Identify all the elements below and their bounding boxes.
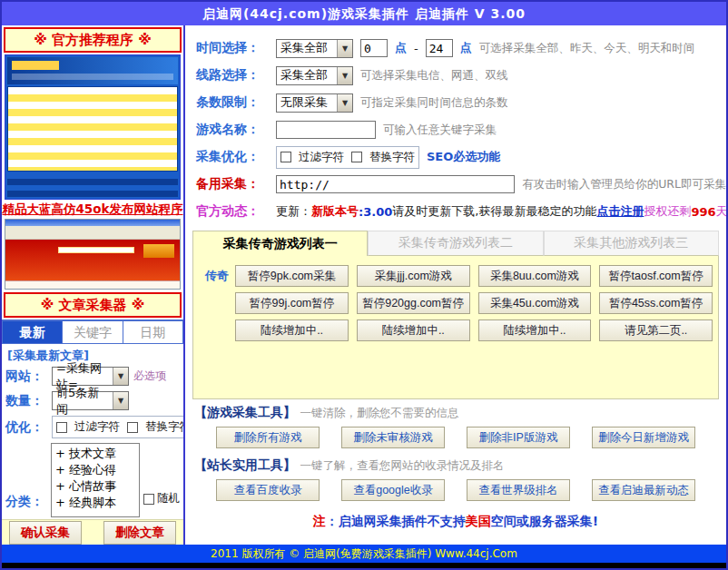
- replace-checkbox[interactable]: [127, 422, 138, 433]
- game-collect-button[interactable]: 暂停920gg.com暂停: [357, 292, 470, 314]
- count-select[interactable]: 前5条新闻 ▼: [52, 391, 129, 410]
- game-row-1: 传奇 暂停9pk.com采集 采集jjj.com游戏 采集8uu.com游戏 暂…: [199, 265, 713, 287]
- game-tools-desc: 一键清除，删除您不需要的信息: [300, 406, 458, 419]
- game-collect-button[interactable]: 暂停9pk.com采集: [235, 265, 349, 287]
- sidebar-tab-latest[interactable]: 最新: [2, 320, 63, 344]
- line-select[interactable]: 采集全部 ▼: [276, 66, 353, 85]
- dropdown-arrow-icon[interactable]: ▼: [337, 94, 352, 112]
- note-suffix: 空间或服务器采集!: [491, 514, 598, 528]
- category-option[interactable]: + 心情故事: [55, 478, 135, 495]
- check-baidu-index-button[interactable]: 查看百度收录: [216, 479, 320, 501]
- site-badge: [143, 244, 174, 258]
- game-collect-button[interactable]: 陆续增加中..: [235, 319, 349, 341]
- category-option[interactable]: + 经典脚本: [55, 495, 135, 511]
- note-prefix: 注: [313, 514, 326, 528]
- confirm-collect-button[interactable]: 确认采集: [9, 521, 82, 545]
- game-tab-2[interactable]: 采集传奇游戏列表二: [368, 231, 543, 256]
- webmaster-tools-desc: 一键了解，查看您网站的收录情况及排名: [300, 458, 504, 472]
- game-tools-header: 【游戏采集工具】 一键清除，删除您不需要的信息: [185, 399, 726, 423]
- random-wrap: 随机: [143, 491, 180, 517]
- delete-non-ip-games-button[interactable]: 删除非IP版游戏: [467, 427, 570, 448]
- game-collect-button[interactable]: 暂停99j.com暂停: [235, 292, 349, 314]
- limit-label: 条数限制：: [196, 94, 269, 111]
- game-collect-button[interactable]: 暂停taosf.com暂停: [599, 265, 713, 287]
- delete-article-button[interactable]: 删除文章: [103, 521, 176, 545]
- copyright-bar: 2011 版权所有 © 启迪网(免费游戏采集插件) Www.44cj.Com: [2, 545, 726, 563]
- backup-label: 备用采集：: [196, 176, 269, 192]
- game-collect-button[interactable]: 采集8uu.com游戏: [478, 265, 592, 287]
- game-tab-1[interactable]: 采集传奇游戏列表一: [192, 231, 368, 256]
- replace-chars-checkbox[interactable]: [351, 152, 362, 162]
- license-days-unit: 天: [716, 203, 726, 220]
- site-search-box: [58, 247, 134, 253]
- backup-url-input[interactable]: [276, 175, 515, 193]
- random-checkbox-label: 随机: [157, 491, 180, 506]
- webmaster-tools-header: 【站长实用工具】 一键了解，查看您网站的收录情况及排名: [185, 452, 726, 476]
- dropdown-arrow-icon[interactable]: ▼: [113, 392, 128, 409]
- game-name-hint: 可输入任意关键字采集: [383, 123, 497, 138]
- article-collector-thumbnail[interactable]: [5, 219, 181, 290]
- filter-checkbox[interactable]: [56, 422, 67, 433]
- check-qidi-news-button[interactable]: 查看启迪最新动态: [592, 479, 695, 501]
- bottom-edge: [2, 563, 726, 568]
- news-version-label: 新版本号: [311, 203, 359, 220]
- required-note: 必选项: [133, 369, 166, 384]
- promo-site-link[interactable]: 精品大蓝高仿45ok发布网站程序: [2, 200, 183, 218]
- time-label: 时间选择：: [196, 40, 269, 56]
- game-collect-button[interactable]: 请见第二页..: [599, 319, 713, 341]
- game-collect-button[interactable]: 采集jjj.com游戏: [357, 265, 470, 287]
- game-row-3: 陆续增加中.. 陆续增加中.. 陆续增加中.. 请见第二页..: [199, 319, 713, 341]
- red-site-content: [5, 240, 180, 280]
- dropdown-arrow-icon[interactable]: ▼: [337, 67, 352, 84]
- category-option[interactable]: + 经验心得: [55, 462, 135, 478]
- register-link[interactable]: 点击注册: [596, 203, 644, 220]
- promo-thumb-header: [7, 57, 178, 84]
- app-window: 启迪网(44cj.com)游戏采集插件 启迪插件 Ⅴ 3.00 ※ 官方推荐程序…: [0, 0, 728, 570]
- count-row: 数量： 前5条新闻 ▼: [2, 388, 183, 413]
- time-from-unit: 点: [395, 40, 407, 56]
- sidebar-tab-date[interactable]: 日期: [123, 320, 183, 344]
- category-listbox[interactable]: + 技术文章 + 经验心得 + 心情故事 + 经典脚本: [51, 443, 140, 517]
- game-collect-button[interactable]: 采集45u.com游戏: [478, 292, 592, 314]
- site-nav-strip: [5, 280, 180, 289]
- game-collect-button[interactable]: 陆续增加中..: [357, 319, 470, 341]
- filter-chars-checkbox[interactable]: [280, 152, 291, 162]
- dropdown-arrow-icon[interactable]: ▼: [113, 368, 128, 385]
- game-collect-button[interactable]: 陆续增加中..: [478, 319, 592, 341]
- random-checkbox[interactable]: [143, 494, 154, 505]
- game-name-input[interactable]: [276, 121, 376, 139]
- limit-row: 条数限制： 无限采集 ▼ 可指定采集同时间信息的条数: [185, 89, 726, 116]
- sidebar-optimize-group: 过滤字符 替换字符: [52, 416, 185, 438]
- time-dash: -: [414, 42, 418, 55]
- dropdown-arrow-icon[interactable]: ▼: [337, 40, 352, 57]
- sidebar-tab-keyword[interactable]: 关键字: [63, 320, 123, 344]
- game-tab-3[interactable]: 采集其他游戏列表三: [544, 231, 719, 256]
- news-body-text: 请及时更新下载,获得最新最稳定的功能: [392, 203, 596, 220]
- game-collect-button[interactable]: 暂停45ss.com暂停: [599, 292, 713, 314]
- time-to-input[interactable]: [426, 39, 453, 57]
- site-select[interactable]: =采集网站= ▼: [52, 367, 129, 386]
- delete-unreviewed-games-button[interactable]: 删除未审核游戏: [341, 427, 445, 448]
- article-collector-header: ※ 文章采集器 ※: [4, 292, 182, 318]
- promo-site-thumbnail[interactable]: [5, 54, 181, 200]
- check-google-index-button[interactable]: 查看google收录: [341, 479, 445, 501]
- game-name-label: 游戏名称：: [196, 122, 269, 138]
- time-select-value: 采集全部: [277, 40, 337, 56]
- limit-hint: 可指定采集同时间信息的条数: [360, 95, 508, 111]
- count-label: 数量：: [5, 393, 47, 409]
- time-select[interactable]: 采集全部 ▼: [276, 39, 353, 58]
- game-list-tabs: 采集传奇游戏列表一 采集传奇游戏列表二 采集其他游戏列表三: [192, 231, 719, 256]
- check-world-rank-button[interactable]: 查看世界级排名: [467, 479, 570, 501]
- delete-all-games-button[interactable]: 删除所有游戏: [216, 427, 320, 448]
- license-days-number: 996: [691, 205, 715, 219]
- time-from-input[interactable]: [360, 39, 388, 57]
- time-row: 时间选择： 采集全部 ▼ 点 - 点 可选择采集全部、昨天、今天、明天和时间: [185, 34, 726, 62]
- filter-checkbox-label: 过滤字符: [74, 419, 120, 435]
- webmaster-tools-title: 【站长实用工具】: [194, 457, 296, 472]
- collect-optimize-label: 采集优化：: [196, 149, 269, 165]
- sidebar-optimize-row: 优化： 过滤字符 替换字符: [2, 413, 183, 441]
- category-option[interactable]: + 技术文章: [55, 446, 135, 462]
- delete-today-games-button[interactable]: 删除今日新增游戏: [592, 427, 695, 448]
- limit-select[interactable]: 无限采集 ▼: [276, 93, 353, 113]
- promo-thumb-menu: [12, 74, 173, 80]
